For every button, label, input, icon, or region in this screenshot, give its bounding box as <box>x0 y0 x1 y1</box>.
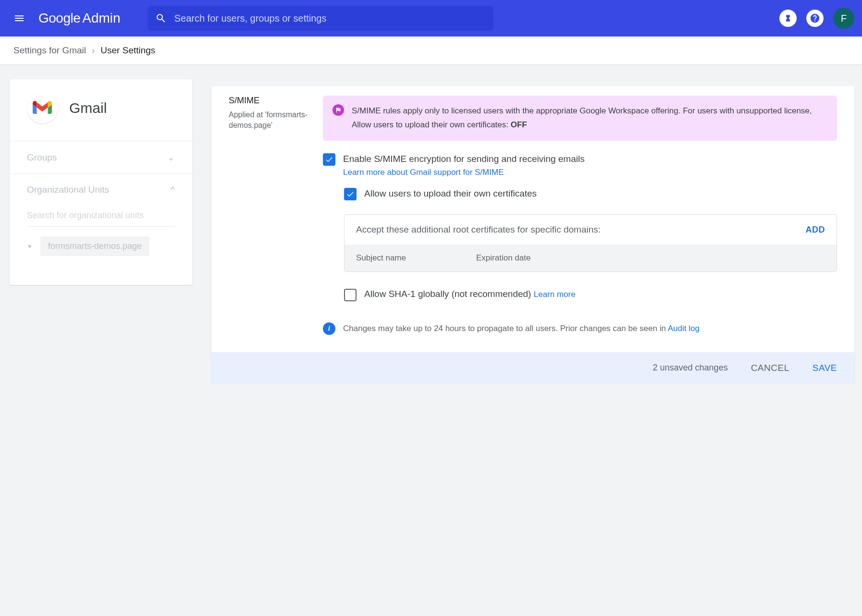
org-search <box>27 210 175 227</box>
groups-collapsible[interactable]: Groups ⌄ <box>10 141 192 173</box>
settings-card: S/MIME Applied at 'formsmarts-demos.page… <box>211 86 854 384</box>
chevron-down-icon: ⌄ <box>167 152 175 163</box>
unsaved-changes-label: 2 unsaved changes <box>653 363 728 373</box>
check-icon <box>346 190 355 198</box>
notice-bold: OFF <box>511 120 527 129</box>
admin-label: Admin <box>82 11 120 26</box>
upload-certs-row: Allow users to upload their own certific… <box>344 187 837 201</box>
sha1-row: Allow SHA-1 globally (not recommended) L… <box>344 287 837 301</box>
search-input[interactable] <box>174 13 486 24</box>
propagation-info: i Changes may take up to 24 hours to pro… <box>323 322 837 335</box>
sha1-label: Allow SHA-1 globally (not recommended) <box>364 289 534 299</box>
menu-button[interactable] <box>8 7 31 30</box>
org-units-collapsible[interactable]: Organizational Units ^ <box>10 173 192 206</box>
enable-learn-more-link[interactable]: Learn more about Gmail support for S/MIM… <box>343 168 504 177</box>
enable-smime-label: Enable S/MIME encryption for sending and… <box>343 152 585 166</box>
flag-icon <box>332 104 344 116</box>
avatar[interactable]: F <box>833 8 854 29</box>
check-icon <box>325 155 333 164</box>
app-header: Google Admin F <box>0 0 862 37</box>
sha1-checkbox[interactable] <box>344 289 357 301</box>
license-notice: S/MIME rules apply only to licensed user… <box>323 96 837 141</box>
help-button[interactable] <box>806 10 824 27</box>
cancel-button[interactable]: CANCEL <box>751 363 789 373</box>
breadcrumb-current: User Settings <box>100 45 155 56</box>
card-footer: 2 unsaved changes CANCEL SAVE <box>211 352 854 384</box>
avatar-initial: F <box>841 13 847 24</box>
upload-certs-checkbox[interactable] <box>344 188 357 200</box>
enable-smime-checkbox[interactable] <box>323 153 335 166</box>
sha1-learn-more-link[interactable]: Learn more <box>534 290 576 299</box>
breadcrumb: Settings for Gmail › User Settings <box>0 37 862 65</box>
section-title: S/MIME <box>229 96 315 106</box>
search-bar[interactable] <box>148 6 493 31</box>
menu-icon <box>13 12 25 24</box>
enable-smime-row: Enable S/MIME encryption for sending and… <box>323 152 837 178</box>
add-cert-button[interactable]: ADD <box>806 225 825 235</box>
cert-col-expiration: Expiration date <box>476 253 530 263</box>
chevron-up-icon: ^ <box>171 185 175 195</box>
applied-at: Applied at 'formsmarts-demos.page' <box>229 110 315 131</box>
org-unit-item[interactable]: ▼ formsmarts-demos.page <box>27 236 175 256</box>
upload-certs-label: Allow users to upload their own certific… <box>364 187 537 201</box>
info-text: Changes may take up to 24 hours to propa… <box>343 324 668 333</box>
gmail-icon <box>27 93 58 123</box>
logo[interactable]: Google Admin <box>38 11 121 26</box>
info-icon: i <box>323 322 335 335</box>
cert-table-header: Accept these additional root certificate… <box>356 223 601 236</box>
chevron-right-icon: › <box>92 45 95 56</box>
org-units-label: Organizational Units <box>27 185 109 195</box>
google-logo-text: Google <box>38 11 80 26</box>
search-icon <box>155 12 167 24</box>
breadcrumb-parent[interactable]: Settings for Gmail <box>13 45 86 56</box>
hourglass-button[interactable] <box>779 10 797 27</box>
cert-table-columns: Subject name Expiration date <box>345 245 837 271</box>
save-button[interactable]: SAVE <box>813 363 837 373</box>
help-icon <box>810 13 820 24</box>
groups-label: Groups <box>27 152 57 163</box>
caret-down-icon: ▼ <box>27 243 33 250</box>
hourglass-icon <box>784 13 792 23</box>
cert-col-subject: Subject name <box>356 253 457 263</box>
notice-text: S/MIME rules apply only to licensed user… <box>352 106 812 129</box>
sidebar-card: Gmail Groups ⌄ Organizational Units ^ ▼ … <box>10 79 192 285</box>
org-unit-chip: formsmarts-demos.page <box>40 236 149 256</box>
audit-log-link[interactable]: Audit log <box>668 324 700 333</box>
sidebar-title: Gmail <box>69 100 107 116</box>
org-search-input[interactable] <box>27 210 175 221</box>
root-certs-table: Accept these additional root certificate… <box>344 214 837 272</box>
